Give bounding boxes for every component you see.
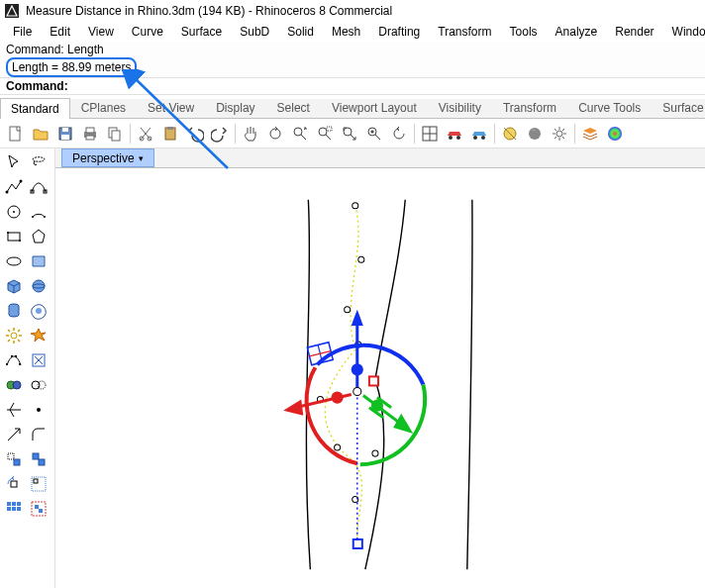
menu-view[interactable]: View <box>79 23 123 41</box>
options-icon[interactable] <box>548 122 571 146</box>
svg-rect-63 <box>8 453 14 459</box>
polyline-icon[interactable] <box>2 175 26 199</box>
explode-icon[interactable] <box>27 324 50 347</box>
delete-icon[interactable] <box>27 348 50 372</box>
toolbar-separator <box>574 124 575 144</box>
array-icon[interactable] <box>2 497 26 521</box>
menu-drafting[interactable]: Drafting <box>369 23 429 41</box>
layers-icon[interactable] <box>578 122 602 146</box>
svg-rect-55 <box>15 355 17 357</box>
tab-curve-tools[interactable]: Curve Tools <box>567 97 652 118</box>
tab-cplanes[interactable]: CPlanes <box>70 97 137 118</box>
menu-window[interactable]: Window <box>663 23 705 41</box>
menu-surface[interactable]: Surface <box>172 23 231 41</box>
zoom-extents-icon[interactable] <box>338 122 361 146</box>
svg-point-24 <box>371 130 374 133</box>
svg-line-18 <box>326 135 331 140</box>
render-icon[interactable] <box>523 122 547 146</box>
tab-display[interactable]: Display <box>205 97 265 118</box>
menu-analyze[interactable]: Analyze <box>547 23 607 41</box>
new-file-icon[interactable] <box>4 122 28 146</box>
toolbar-separator <box>235 124 236 144</box>
material-icon[interactable] <box>603 122 627 146</box>
menu-edit[interactable]: Edit <box>41 23 79 41</box>
tab-standard[interactable]: Standard <box>0 98 70 119</box>
redo-icon[interactable] <box>208 122 232 146</box>
length-result-highlight: Length = 88.99 meters <box>6 57 137 77</box>
undo-view-icon[interactable] <box>387 122 411 146</box>
svg-line-21 <box>351 135 355 140</box>
menu-solid[interactable]: Solid <box>278 23 323 41</box>
rotate-view-icon[interactable] <box>263 122 287 146</box>
gear-icon[interactable] <box>2 324 26 347</box>
pointer-icon[interactable] <box>2 150 26 174</box>
tab-viewport-layout[interactable]: Viewport Layout <box>321 97 428 118</box>
rectangle-icon[interactable] <box>2 225 26 248</box>
zoom-window-icon[interactable] <box>313 122 337 146</box>
svg-rect-96 <box>369 376 378 385</box>
tab-visibility[interactable]: Visibility <box>428 97 492 118</box>
lasso-select-icon[interactable] <box>27 150 50 174</box>
polygon-icon[interactable] <box>27 225 50 248</box>
shade-icon[interactable] <box>498 122 522 146</box>
copy-object-icon[interactable] <box>27 447 50 471</box>
named-cplane-icon[interactable] <box>467 122 491 146</box>
tab-surface-tools[interactable]: Surface Tool <box>652 97 705 118</box>
cplane-car-icon[interactable] <box>443 122 466 146</box>
paste-icon[interactable] <box>158 122 182 146</box>
fillet-icon[interactable] <box>27 423 50 446</box>
scale-icon[interactable] <box>27 472 50 496</box>
command-prompt[interactable]: Command: <box>0 77 705 95</box>
subd-primitives-icon[interactable] <box>27 299 50 323</box>
menu-subd[interactable]: SubD <box>231 23 278 41</box>
points-on-icon[interactable] <box>2 348 26 372</box>
move-icon[interactable] <box>2 447 26 471</box>
undo-icon[interactable] <box>183 122 207 146</box>
rotate-icon[interactable] <box>2 472 26 496</box>
menu-render[interactable]: Render <box>606 23 662 41</box>
menu-mesh[interactable]: Mesh <box>323 23 369 41</box>
svg-rect-77 <box>35 505 39 509</box>
save-icon[interactable] <box>53 122 77 146</box>
sphere-icon[interactable] <box>27 274 50 298</box>
circle-icon[interactable] <box>2 200 26 224</box>
viewport-tab-perspective[interactable]: Perspective ▾ <box>61 148 154 167</box>
toolbar-separator <box>494 124 495 144</box>
join-icon[interactable] <box>2 373 26 397</box>
svg-point-35 <box>608 127 622 141</box>
svg-rect-9 <box>112 131 120 141</box>
menu-file[interactable]: File <box>4 23 41 41</box>
svg-point-52 <box>11 333 17 339</box>
menu-curve[interactable]: Curve <box>123 23 172 41</box>
tab-set-view[interactable]: Set View <box>137 97 205 118</box>
print-icon[interactable] <box>78 122 102 146</box>
zoom-dynamic-icon[interactable] <box>288 122 312 146</box>
open-file-icon[interactable] <box>29 122 52 146</box>
svg-rect-73 <box>7 507 11 511</box>
svg-rect-7 <box>86 136 94 140</box>
tab-select[interactable]: Select <box>266 97 321 118</box>
control-point-curve-icon[interactable] <box>27 175 50 199</box>
copy-icon[interactable] <box>103 122 127 146</box>
extend-icon[interactable] <box>2 423 26 446</box>
menu-transform[interactable]: Transform <box>429 23 500 41</box>
svg-rect-71 <box>12 502 16 506</box>
svg-point-46 <box>19 240 21 242</box>
split-icon[interactable] <box>2 398 26 422</box>
arc-icon[interactable] <box>27 200 50 224</box>
cut-icon[interactable] <box>134 122 157 146</box>
menu-tools[interactable]: Tools <box>501 23 547 41</box>
surface-corner-icon[interactable] <box>27 249 50 273</box>
pan-icon[interactable] <box>239 122 262 146</box>
cylinder-icon[interactable] <box>2 299 26 323</box>
four-viewports-icon[interactable] <box>418 122 442 146</box>
box-icon[interactable] <box>2 274 26 298</box>
ellipse-icon[interactable] <box>2 249 26 273</box>
zoom-selected-icon[interactable] <box>362 122 386 146</box>
tab-transform[interactable]: Transform <box>492 97 567 118</box>
group-icon[interactable] <box>27 497 50 521</box>
chevron-down-icon[interactable]: ▾ <box>139 153 144 163</box>
viewport-canvas[interactable] <box>55 168 705 588</box>
trim-icon[interactable] <box>27 373 50 397</box>
point-icon[interactable] <box>27 398 50 422</box>
